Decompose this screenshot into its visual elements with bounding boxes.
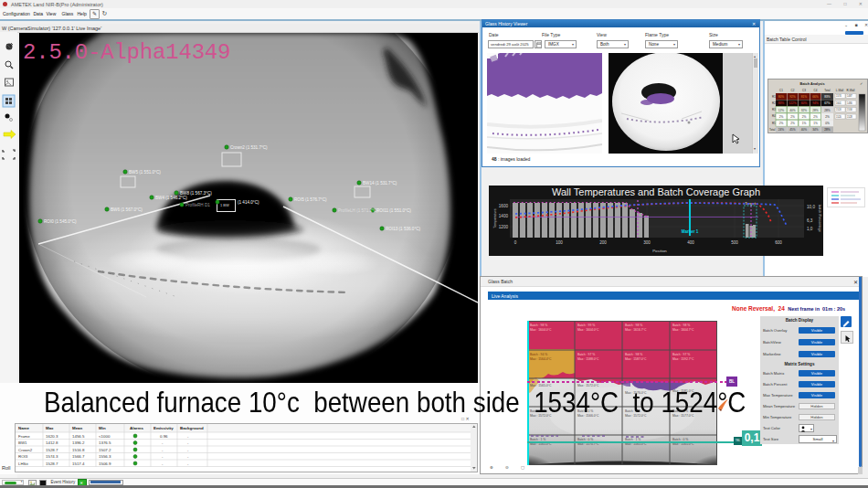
svg-text:Max: Max <box>46 426 54 430</box>
svg-text:1534: 1534 <box>847 108 852 111</box>
svg-text:300: 300 <box>643 240 651 245</box>
svg-text:C3: C3 <box>802 89 806 92</box>
svg-text:1517.4: 1517.4 <box>72 461 85 466</box>
svg-text:-: - <box>187 440 189 445</box>
svg-text:1574.3: 1574.3 <box>46 454 58 459</box>
svg-text:83%: 83% <box>824 95 831 99</box>
svg-text:1480: 1480 <box>847 101 852 105</box>
svg-text:Marker 1: Marker 1 <box>682 229 699 234</box>
svg-text:1528.7: 1528.7 <box>46 448 58 452</box>
svg-text:-: - <box>162 461 164 466</box>
svg-text:2%: 2% <box>825 115 830 119</box>
svg-text:✓: ✓ <box>860 81 863 86</box>
svg-text:34%: 34% <box>812 128 819 132</box>
svg-text:80%: 80% <box>778 95 785 99</box>
svg-text:Batch : 98 %: Batch : 98 % <box>672 324 690 327</box>
svg-text:ROI13 (1 536.0°C): ROI13 (1 536.0°C) <box>386 227 421 231</box>
svg-text:1528.7: 1528.7 <box>46 461 58 466</box>
svg-text:Temperature: Temperature <box>493 208 497 228</box>
svg-text:Max : 1604.0°C: Max : 1604.0°C <box>577 328 599 332</box>
svg-text:ROI3: ROI3 <box>18 454 28 459</box>
svg-text:Batch : 99 %: Batch : 99 % <box>577 324 595 327</box>
svg-text:0%: 0% <box>825 122 830 125</box>
svg-text:C4: C4 <box>814 89 818 92</box>
svg-text:100: 100 <box>556 240 563 245</box>
svg-text:Max : 1565.0°C: Max : 1565.0°C <box>625 442 647 446</box>
svg-text:BW5 (1 551.0°C): BW5 (1 551.0°C) <box>129 170 161 175</box>
svg-text:1528: 1528 <box>847 115 852 119</box>
svg-text:R3: R3 <box>772 108 776 111</box>
svg-text:BW4 (1 546.2°C): BW4 (1 546.2°C) <box>155 196 187 200</box>
svg-text:2.5.0-Alpha14349: 2.5.0-Alpha14349 <box>23 40 230 65</box>
svg-text:2%: 2% <box>790 122 795 125</box>
svg-text:1396.2: 1396.2 <box>72 440 85 445</box>
svg-text:1520: 1520 <box>836 115 842 119</box>
svg-text:10,0: 10,0 <box>807 205 815 209</box>
svg-text:92%: 92% <box>789 95 796 99</box>
svg-text:2%: 2% <box>813 115 818 119</box>
svg-text:Wall Temperatures and Batch Co: Wall Temperatures and Batch Coverage Gra… <box>552 186 760 197</box>
svg-text:12%: 12% <box>778 109 785 112</box>
svg-text:Max : 1564.4°C: Max : 1564.4°C <box>530 357 552 361</box>
svg-text:2%: 2% <box>779 115 784 119</box>
svg-text:67%: 67% <box>824 101 831 105</box>
svg-text:Frame: Frame <box>18 434 30 439</box>
svg-text:ROI0 (1 545.0°C): ROI0 (1 545.0°C) <box>44 219 77 224</box>
svg-text:Position: Position <box>652 249 667 253</box>
svg-text:Max : 1604.0°C: Max : 1604.0°C <box>530 328 552 332</box>
svg-text:Max : 1616.7°C: Max : 1616.7°C <box>625 328 647 332</box>
svg-text:1516.8: 1516.8 <box>72 448 85 452</box>
svg-text:Max : 1587.0°C: Max : 1587.0°C <box>625 357 647 361</box>
svg-text:C1: C1 <box>779 89 783 92</box>
svg-text:Max : 1604.7°C: Max : 1604.7°C <box>672 328 694 332</box>
svg-text:batch Percentage: batch Percentage <box>818 205 821 232</box>
svg-text:Max : 1565.0°C: Max : 1565.0°C <box>530 442 552 446</box>
svg-text:1620.3: 1620.3 <box>46 434 58 439</box>
svg-text:45%: 45% <box>789 128 796 132</box>
svg-text:0.96: 0.96 <box>160 434 168 439</box>
svg-text:Crown2 (1 531.7°C): Crown2 (1 531.7°C) <box>230 145 268 150</box>
svg-text:-: - <box>187 434 189 439</box>
svg-text:R5: R5 <box>772 122 776 125</box>
svg-text:400: 400 <box>687 240 694 245</box>
svg-text:ROI11 (1 551.0°C): ROI11 (1 551.0°C) <box>376 208 411 213</box>
svg-text:40%: 40% <box>789 109 796 112</box>
svg-text:28%: 28% <box>824 128 831 132</box>
svg-text:40%: 40% <box>801 128 808 132</box>
svg-text:1%: 1% <box>802 122 807 125</box>
svg-text:1600: 1600 <box>499 204 509 208</box>
svg-text:1566.7: 1566.7 <box>72 454 85 459</box>
svg-text:Crown2: Crown2 <box>18 448 33 452</box>
svg-text:Max : 1592.7°C: Max : 1592.7°C <box>672 357 694 361</box>
svg-text:24%: 24% <box>778 128 785 132</box>
svg-text:Batch : 98 %: Batch : 98 % <box>625 353 642 356</box>
svg-text:BW14 (1 531.7°C): BW14 (1 531.7°C) <box>363 181 397 186</box>
svg-text:1601: 1601 <box>836 101 842 105</box>
svg-text:Batch : 98 %: Batch : 98 % <box>530 324 547 327</box>
svg-text:1487: 1487 <box>847 94 852 98</box>
svg-text:1376.5: 1376.5 <box>99 440 111 445</box>
svg-text:-: - <box>162 440 164 445</box>
svg-text:500: 500 <box>731 240 738 245</box>
svg-text:L-Wall: L-Wall <box>836 89 844 92</box>
svg-text:66%: 66% <box>812 95 819 99</box>
svg-text:Alarms: Alarms <box>130 426 143 430</box>
svg-text:28%: 28% <box>824 109 831 112</box>
svg-text:1556.3: 1556.3 <box>99 454 111 459</box>
svg-text:Batch : 97 %: Batch : 97 % <box>577 353 595 356</box>
svg-text:83%: 83% <box>778 101 785 105</box>
svg-text:-: - <box>187 454 189 459</box>
svg-text:1456.5: 1456.5 <box>72 434 85 439</box>
svg-text:Name: Name <box>18 426 30 430</box>
svg-text:-: - <box>187 461 189 466</box>
svg-text:BW6 (1 567.0°C): BW6 (1 567.0°C) <box>111 207 143 212</box>
svg-text:1506.9: 1506.9 <box>99 461 111 466</box>
svg-text:Background: Background <box>180 426 204 430</box>
svg-text:Batch : 97 %: Batch : 97 % <box>672 353 690 356</box>
svg-text:2%: 2% <box>790 115 795 119</box>
svg-text:60%: 60% <box>801 101 808 105</box>
svg-text:Batch : 94 %: Batch : 94 % <box>530 353 547 356</box>
svg-text:R2: R2 <box>772 101 776 105</box>
svg-text:81%: 81% <box>801 95 808 99</box>
svg-text:R4: R4 <box>772 114 776 118</box>
